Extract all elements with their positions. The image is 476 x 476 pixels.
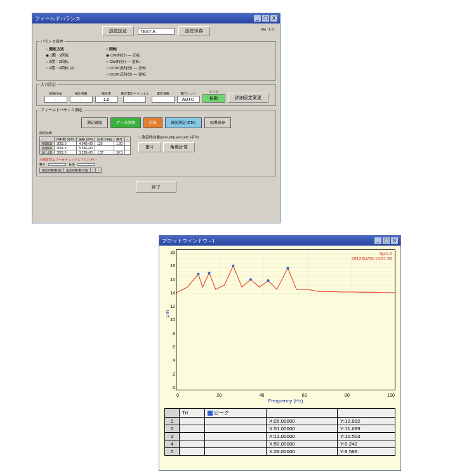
result-th: 位相 (deg) bbox=[95, 137, 114, 142]
result-th: 回転数 (rpm) bbox=[55, 137, 77, 142]
table-cell: 初期(2) bbox=[40, 146, 55, 150]
bottom-th: - bbox=[96, 168, 102, 173]
table-cell bbox=[125, 142, 131, 146]
minimize-icon[interactable]: _ bbox=[254, 15, 261, 22]
input-label-5: 電圧係数 bbox=[157, 91, 169, 95]
result-table: - 回転数 (rpm) 振幅 (μm) 位相 (deg) 備考 - 初期(1)3… bbox=[39, 136, 131, 155]
rotation-radio-3[interactable]: CCW(反時計) — 正転 bbox=[106, 65, 146, 71]
rotation-radio-2[interactable]: CW(時計) — 逆転 bbox=[106, 59, 146, 65]
weight-button[interactable]: 重り bbox=[138, 142, 161, 152]
minimize-icon[interactable]: _ bbox=[374, 237, 381, 244]
plot-window-title: プロットウィンドウ - 1 bbox=[162, 237, 215, 244]
result-table-label: 測定結果 bbox=[39, 131, 131, 135]
input-field-7[interactable]: 振動 bbox=[202, 94, 225, 103]
load-settings-button[interactable]: 設定読込 bbox=[102, 26, 134, 36]
plane-header: 測定方法 bbox=[46, 46, 74, 52]
table-cell: 3.22E+00 bbox=[77, 150, 95, 155]
table-cell bbox=[95, 146, 114, 150]
input-label-7: トリガ bbox=[209, 89, 218, 93]
svg-point-21 bbox=[267, 279, 269, 282]
bottom-th: - bbox=[90, 168, 96, 173]
table-cell: 3001.0 bbox=[55, 150, 77, 155]
close-icon[interactable]: X bbox=[391, 237, 398, 244]
weight-value[interactable] bbox=[48, 163, 66, 166]
detail-settings-button[interactable]: 詳細設定変更 bbox=[228, 93, 268, 103]
profile-name-input[interactable]: TEST A bbox=[138, 28, 175, 35]
plot-window-titlebar[interactable]: プロットウィンドウ - 1 _ ▢ X bbox=[159, 235, 400, 246]
input-label-6: 電圧レンジ bbox=[180, 91, 196, 95]
rotation-radio-4[interactable]: CCW(反時計) — 逆転 bbox=[106, 72, 146, 77]
table-cell bbox=[114, 146, 125, 150]
table-cell: 1.57 bbox=[95, 150, 114, 155]
peak-table: Trlピーク1X:26.00000Y:12.8022X:51.00000Y:11… bbox=[164, 408, 395, 456]
input-field-2[interactable]: - bbox=[70, 96, 93, 103]
verify-measure-button[interactable]: 確認測定(STA) bbox=[165, 117, 201, 128]
table-cell: 1.00 bbox=[114, 142, 125, 146]
y-axis-ticks: 20181614121086420 bbox=[165, 250, 175, 390]
bottom-cell bbox=[96, 173, 102, 173]
plane-radio-2[interactable]: 2面・2回転 bbox=[46, 59, 74, 65]
x-axis-label: Frequency (Hz) bbox=[176, 398, 395, 404]
config-window-titlebar[interactable]: フィールドバランス _ ▢ X bbox=[32, 13, 280, 23]
table-cell: 試し(1) bbox=[40, 150, 55, 155]
bottom-th: 測定回転数/面 bbox=[40, 168, 64, 173]
angle-calc-button[interactable]: 角度計算 bbox=[163, 142, 195, 152]
balance-run-legend: フィールドバランス測定 bbox=[39, 107, 84, 113]
rotation-header: 回転 bbox=[106, 46, 146, 52]
bottom-cell bbox=[64, 173, 90, 173]
rotation-radio-1[interactable]: CW(時計) — 正転 bbox=[106, 53, 146, 58]
save-settings-button[interactable]: 設定保存 bbox=[178, 26, 210, 36]
config-window-body: Ver. 1.0 設定読込 TEST A 設定保存 バランス条件 測定方法 1面… bbox=[32, 23, 280, 223]
svg-point-20 bbox=[249, 278, 252, 281]
calculate-button[interactable]: 計算 bbox=[143, 117, 162, 128]
input-settings-group: 入力設定 感度(V/g)- 補正係数- 補正率1.0 選択電圧チャンネル- 電圧… bbox=[36, 82, 276, 106]
plot-window: プロットウィンドウ - 1 _ ▢ X Spm-1 2012/04/06 10:… bbox=[159, 235, 401, 471]
input-settings-legend: 入力設定 bbox=[39, 82, 57, 88]
bottom-table: 測定回転数/面 追加回転数2/面 - - bbox=[39, 168, 102, 173]
plane-radio-3[interactable]: 2面・2回転 (2) bbox=[46, 65, 74, 71]
input-field-6[interactable]: AUTO bbox=[177, 96, 200, 103]
angle-label: 角度 bbox=[69, 162, 75, 166]
input-field-5[interactable]: - bbox=[152, 96, 175, 103]
balance-setup-group: バランス条件 測定方法 1面・2回転 2面・2回転 2面・2回転 (2) 回転 … bbox=[36, 39, 276, 81]
result-th: 備考 bbox=[114, 137, 125, 142]
input-label-1: 感度(V/g) bbox=[49, 91, 62, 95]
maximize-icon[interactable]: ▢ bbox=[262, 15, 269, 22]
input-label-3: 補正率 bbox=[102, 91, 111, 95]
x-axis-ticks: 020406080100 bbox=[176, 393, 395, 397]
table-cell: 120 bbox=[95, 142, 114, 146]
maximize-icon[interactable]: ▢ bbox=[383, 237, 390, 244]
version-label: Ver. 1.0 bbox=[261, 27, 274, 31]
table-cell: 3001.0 bbox=[55, 146, 77, 150]
acquire-data-button[interactable]: データ取得 bbox=[110, 117, 141, 128]
bottom-cell bbox=[90, 173, 96, 173]
balance-setup-legend: バランス条件 bbox=[39, 39, 65, 44]
config-window: フィールドバランス _ ▢ X Ver. 1.0 設定読込 TEST A 設定保… bbox=[32, 13, 281, 223]
table-cell: 3001.0 bbox=[55, 142, 77, 146]
result-th: 振幅 (μm) bbox=[77, 137, 95, 142]
config-window-title: フィールドバランス bbox=[35, 15, 81, 22]
measure-confirm-button[interactable]: 測定確認 bbox=[81, 117, 108, 128]
table-cell: 20.5 bbox=[114, 150, 125, 155]
close-button[interactable]: 終了 bbox=[136, 182, 176, 193]
input-field-4[interactable]: - bbox=[123, 96, 146, 103]
plane-radio-1[interactable]: 1面・2回転 bbox=[46, 53, 74, 58]
svg-point-22 bbox=[286, 267, 289, 269]
svg-point-18 bbox=[208, 272, 211, 274]
balance-run-group: フィールドバランス測定 測定確認 データ取得 計算 確認測定(STA) 結果保存… bbox=[36, 107, 276, 176]
table-cell: 4.04E+00 bbox=[77, 142, 95, 146]
spectrum-svg bbox=[176, 250, 395, 294]
warning-text: ※測定音エラーをチェックしてください bbox=[39, 157, 273, 161]
table-cell bbox=[125, 146, 131, 150]
svg-point-17 bbox=[197, 273, 199, 275]
input-field-3[interactable]: 1.0 bbox=[95, 96, 118, 103]
save-result-button[interactable]: 結果保存 bbox=[204, 117, 231, 128]
angle-value[interactable] bbox=[77, 163, 95, 166]
table-cell: 5.54E+00 bbox=[77, 146, 95, 150]
auto-average-checkbox[interactable]: 測定時自動(sim,php,enc,etc.)平均 bbox=[138, 135, 199, 140]
bottom-cell bbox=[40, 173, 64, 173]
input-field-1[interactable]: - bbox=[44, 96, 67, 103]
close-icon[interactable]: X bbox=[270, 15, 277, 22]
input-label-2: 補正係数 bbox=[75, 91, 88, 95]
input-label-4: 選択電圧チャンネル bbox=[121, 91, 149, 95]
